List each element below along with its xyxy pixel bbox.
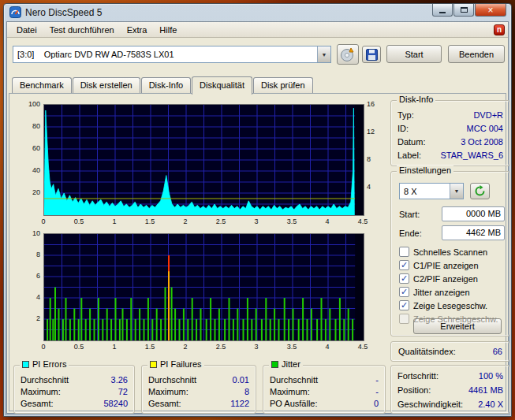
save-button[interactable] bbox=[362, 46, 381, 63]
info-label: Label: bbox=[397, 151, 421, 160]
quality-index-label: Qualitätsindex: bbox=[398, 347, 456, 356]
disk-info-group-title: Disk-Info bbox=[397, 95, 435, 104]
quit-button[interactable]: Beenden bbox=[448, 45, 505, 63]
pif-chart-svg bbox=[44, 234, 364, 340]
checkbox-label: Jitter anzeigen bbox=[413, 288, 470, 297]
x-tick-label: 0.5 bbox=[67, 343, 91, 351]
app-window: Nero DiscSpeed 5 × DateiTest durchführen… bbox=[3, 3, 512, 417]
x-tick-label: 1 bbox=[103, 343, 126, 351]
pie-chart bbox=[43, 104, 364, 216]
settings-group-title: Einstellungen bbox=[397, 165, 453, 175]
statbox-jitter: JitterDurchschnitt-Maximum:-PO Ausfälle:… bbox=[263, 365, 386, 414]
info-label: Datum: bbox=[397, 137, 425, 147]
stat-row: Maximum:8 bbox=[148, 387, 249, 396]
checkbox-label: C2/PIF anzeigen bbox=[413, 274, 478, 284]
maximize-button[interactable] bbox=[453, 4, 474, 17]
checkbox-box bbox=[399, 247, 409, 257]
y-tick-label: 80 bbox=[10, 122, 40, 130]
tab-benchmark[interactable]: Benchmark bbox=[12, 77, 72, 93]
drive-select[interactable]: [3:0] Optiarc DVD RW AD-7583S LX01 ▼ bbox=[13, 46, 331, 63]
titlebar[interactable]: Nero DiscSpeed 5 × bbox=[4, 4, 511, 21]
ende-input[interactable]: 4462 MB bbox=[442, 225, 505, 240]
menu-item-test-durchf-hren[interactable]: Test durchführen bbox=[43, 23, 121, 37]
x-tick-label: 4.5 bbox=[351, 343, 375, 351]
client-area: DateiTest durchführenExtraHilfe n [3:0] … bbox=[6, 21, 509, 414]
x-tick-label: 4 bbox=[315, 343, 339, 351]
progress-label: Position: bbox=[397, 385, 431, 395]
x-tick-label: 3 bbox=[244, 217, 268, 225]
disk-info-row: Typ:DVD+R bbox=[397, 110, 503, 120]
stat-row: Maximum:- bbox=[270, 387, 379, 396]
tab-strip: BenchmarkDisk erstellenDisk-InfoDiskqual… bbox=[12, 76, 314, 95]
menubar: DateiTest durchführenExtraHilfe n bbox=[7, 22, 508, 38]
stat-row: Durchschnitt0.01 bbox=[148, 375, 249, 385]
progress-row: Geschwindigkeit:2.40 X bbox=[397, 400, 503, 409]
stat-label: Gesamt: bbox=[21, 399, 54, 408]
maximize-icon bbox=[461, 7, 468, 13]
x-tick-label: 0.5 bbox=[67, 217, 91, 225]
speed-select[interactable]: 8 X ▼ bbox=[399, 183, 464, 199]
statbox-title: PI Errors bbox=[20, 359, 69, 369]
close-icon: × bbox=[487, 5, 493, 16]
stat-label: Durchschnitt bbox=[270, 375, 318, 385]
checkbox-label: Zeige Schreibgeschw. bbox=[413, 314, 498, 324]
checkbox-zeige-lesegeschw[interactable]: ✓Zeige Lesegeschw. bbox=[399, 299, 506, 311]
menu-item-hilfe[interactable]: Hilfe bbox=[153, 23, 183, 37]
x-tick-label: 2.5 bbox=[209, 217, 233, 225]
checkbox-c1-pie-anzeigen[interactable]: ✓C1/PIE anzeigen bbox=[399, 259, 506, 271]
menu-item-datei[interactable]: Datei bbox=[10, 23, 43, 37]
disk-info-row: ID:MCC 004 bbox=[397, 124, 503, 133]
stat-label: Gesamt: bbox=[148, 399, 181, 408]
statbox-name: PI Failures bbox=[160, 359, 202, 369]
quality-index-box: Qualitätsindex: 66 bbox=[390, 341, 510, 362]
chevron-down-icon[interactable]: ▼ bbox=[450, 184, 463, 199]
stat-label: Maximum: bbox=[270, 387, 310, 396]
stat-value: 72 bbox=[118, 387, 128, 396]
y-tick-label: 20 bbox=[10, 188, 40, 196]
window-title: Nero DiscSpeed 5 bbox=[25, 7, 102, 18]
tab-disk-info[interactable]: Disk-Info bbox=[141, 77, 191, 93]
checkbox-c2-pif-anzeigen[interactable]: ✓C2/PIF anzeigen bbox=[399, 273, 506, 284]
progress-row: Fortschritt:100 % bbox=[397, 371, 503, 381]
chevron-down-icon[interactable]: ▼ bbox=[317, 46, 330, 62]
field-label: Ende: bbox=[399, 229, 422, 238]
setting-field-row: Start:0000 MB bbox=[399, 206, 505, 221]
x-tick-label: 0 bbox=[32, 217, 55, 225]
start-button[interactable]: Start bbox=[386, 45, 442, 63]
stat-row: PO Ausfälle:0 bbox=[270, 399, 379, 408]
checkbox-jitter-anzeigen[interactable]: ✓Jitter anzeigen bbox=[399, 286, 506, 298]
checkbox-box: ✓ bbox=[399, 287, 409, 297]
checkbox-zeige-schreibgeschw[interactable]: Zeige Schreibgeschw. bbox=[399, 313, 506, 325]
checkbox-label: C1/PIE anzeigen bbox=[413, 261, 479, 270]
progress-box: Fortschritt:100 %Position:4461 MBGeschwi… bbox=[390, 365, 510, 414]
tab-diskqualit-t[interactable]: Diskqualität bbox=[192, 76, 252, 95]
tab-disk-erstellen[interactable]: Disk erstellen bbox=[73, 77, 140, 93]
speed-select-value: 8 X bbox=[400, 187, 450, 196]
x-tick-label: 2 bbox=[174, 217, 197, 225]
x-tick-label: 1.5 bbox=[138, 217, 162, 225]
statbox-title: PI Failures bbox=[147, 359, 204, 369]
start-input[interactable]: 0000 MB bbox=[442, 206, 505, 221]
progress-value: 2.40 X bbox=[478, 400, 503, 409]
stat-label: Durchschnitt bbox=[148, 375, 196, 385]
disk-info-row: Label:STAR_WARS_6 bbox=[397, 151, 503, 160]
drive-select-value: [3:0] Optiarc DVD RW AD-7583S LX01 bbox=[13, 50, 317, 59]
menu-item-extra[interactable]: Extra bbox=[121, 23, 154, 37]
info-value: 3 Oct 2008 bbox=[461, 137, 503, 147]
burn-button[interactable] bbox=[337, 44, 359, 65]
tab-disk-pr-fen[interactable]: Disk prüfen bbox=[253, 77, 313, 93]
pie-chart-svg bbox=[44, 105, 364, 215]
stat-value: 0 bbox=[374, 399, 379, 408]
checkbox-schnelles-scannen[interactable]: Schnelles Scannen bbox=[399, 246, 506, 258]
minimize-button[interactable] bbox=[432, 4, 453, 17]
checkbox-box: ✓ bbox=[399, 273, 409, 284]
app-icon-svg bbox=[9, 6, 21, 18]
stat-label: Maximum: bbox=[148, 387, 188, 396]
close-button[interactable]: × bbox=[475, 4, 506, 17]
pi-errors-legend-swatch bbox=[22, 361, 29, 368]
pi-failures-legend-swatch bbox=[150, 361, 157, 368]
stat-row: Durchschnitt- bbox=[270, 375, 379, 385]
refresh-icon bbox=[474, 185, 486, 197]
stat-row: Gesamt:1122 bbox=[148, 399, 249, 408]
refresh-button[interactable] bbox=[470, 183, 490, 199]
